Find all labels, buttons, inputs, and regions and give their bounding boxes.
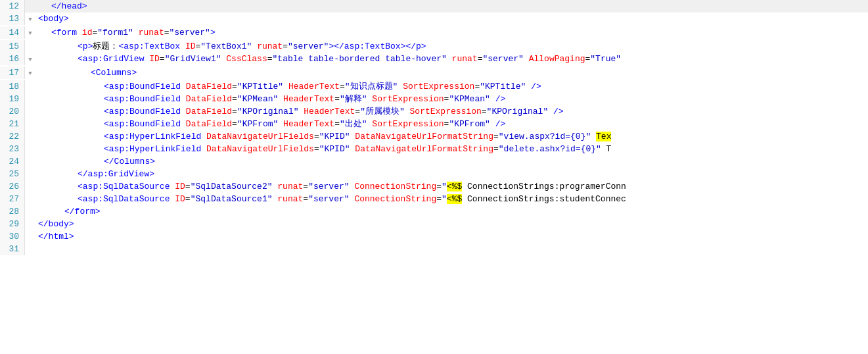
tag-token: asp:HyperLinkField xyxy=(109,132,201,141)
tag-token: asp:GridView xyxy=(88,169,150,179)
line-number: 25 xyxy=(0,168,25,180)
tag-token: Columns xyxy=(96,68,132,78)
code-line: 27<asp:SqlDataSource ID="SqlDataSource1"… xyxy=(0,193,868,205)
tag-token: asp:SqlDataSource xyxy=(83,182,170,191)
text-token xyxy=(181,119,186,129)
line-number: 23 xyxy=(0,143,25,155)
code-line: 19<asp:BoundField DataField="KPMean" Hea… xyxy=(0,93,868,105)
code-line: 31 xyxy=(0,243,868,255)
angle-token: > xyxy=(149,169,154,179)
attrval-token: "KPTitle" xyxy=(480,82,526,91)
code-line: 29</body> xyxy=(0,218,868,230)
line-number: 26 xyxy=(0,180,25,193)
line-content: <asp:GridView ID="GridView1" CssClass="t… xyxy=(35,53,868,65)
tag-token: body xyxy=(43,14,64,24)
code-line: 25</asp:GridView> xyxy=(0,168,868,180)
text-token: = xyxy=(185,194,191,204)
code-line: 12</head> xyxy=(0,0,868,13)
tag-token: asp:BoundField xyxy=(109,82,181,91)
code-line: 22<asp:HyperLinkField DataNavigateUrlFie… xyxy=(0,130,868,143)
collapse-icon[interactable]: ▼ xyxy=(25,13,35,26)
text-token: = xyxy=(334,94,340,104)
text-token: = xyxy=(436,194,442,204)
text-token: = xyxy=(303,182,308,191)
collapse-icon xyxy=(25,80,35,82)
attrval-token: "SqlDataSource2" xyxy=(191,182,273,191)
line-content: </body> xyxy=(35,218,868,230)
tag-token: asp:BoundField xyxy=(109,94,181,104)
text-token: = xyxy=(185,182,191,191)
text-token xyxy=(283,82,288,91)
text-token xyxy=(181,82,186,91)
collapse-icon[interactable]: ▼ xyxy=(25,66,35,80)
collapse-icon xyxy=(25,93,35,94)
collapse-icon xyxy=(25,180,35,182)
tag-token: p xyxy=(83,41,88,51)
attr-token: DataNavigateUrlFields xyxy=(206,132,314,141)
angle-token: ></ xyxy=(329,41,344,51)
code-line: 26<asp:SqlDataSource ID="SqlDataSource2"… xyxy=(0,180,868,193)
text-token: = xyxy=(160,54,165,64)
attrval-token: "GridView1" xyxy=(165,54,221,64)
text-token: = xyxy=(267,54,273,64)
attrval-token: "server" xyxy=(170,28,210,38)
text-token: = xyxy=(482,107,487,116)
line-number: 28 xyxy=(0,205,25,218)
tag-token: asp:TextBox xyxy=(344,41,401,51)
line-number: 12 xyxy=(0,0,25,13)
angle-token: < xyxy=(104,144,109,154)
line-number: 29 xyxy=(0,218,25,230)
line-content: <asp:BoundField DataField="KPMean" Heade… xyxy=(35,93,868,105)
attrval-token: "KPOriginal" xyxy=(487,107,549,116)
collapse-icon xyxy=(25,130,35,132)
tag-token: p xyxy=(416,41,421,51)
code-line: 24</Columns> xyxy=(0,155,868,168)
text-token xyxy=(398,82,403,91)
line-content: <asp:BoundField DataField="KPOriginal" H… xyxy=(35,105,868,118)
tag-token: asp:HyperLinkField xyxy=(109,144,201,154)
attrval-token: "server" xyxy=(308,194,349,204)
text-token: = xyxy=(303,194,308,204)
tag-token: Columns xyxy=(114,157,150,166)
text-token: = xyxy=(232,94,237,104)
angle-token: </ xyxy=(104,157,114,166)
text-token: = xyxy=(493,144,499,154)
code-line: 21<asp:BoundField DataField="KPFrom" Hea… xyxy=(0,118,868,130)
collapse-icon xyxy=(25,243,35,244)
line-content: <form id="form1" runat="server"> xyxy=(35,26,868,39)
highlight-tag-token: <%$ xyxy=(447,194,462,204)
attrval-token: "KPFrom" xyxy=(449,119,490,129)
line-content: <asp:BoundField DataField="KPFrom" Heade… xyxy=(35,118,868,130)
line-number: 21 xyxy=(0,118,25,130)
attr-token: ID xyxy=(185,41,196,51)
collapse-icon xyxy=(25,218,35,219)
angle-token: < xyxy=(104,119,109,129)
collapse-icon[interactable]: ▼ xyxy=(25,53,35,66)
collapse-icon[interactable]: ▼ xyxy=(25,26,35,40)
code-line: 23<asp:HyperLinkField DataNavigateUrlFie… xyxy=(0,143,868,155)
text-token xyxy=(252,41,257,51)
text-token: = xyxy=(232,119,237,129)
attrval-token: "server" xyxy=(308,182,349,191)
line-number: 16 xyxy=(0,53,25,65)
attr-token: ID xyxy=(175,182,185,191)
text-token xyxy=(201,132,206,141)
angle-token: </ xyxy=(64,207,75,216)
text-token xyxy=(201,144,206,154)
angle-token: < xyxy=(78,182,83,191)
code-line: 17▼<Columns> xyxy=(0,66,868,80)
attr-token: DataNavigateUrlFields xyxy=(206,144,314,154)
attrval-token: "delete.ashx?id={0}" xyxy=(499,144,601,154)
attr-token: AllowPaging xyxy=(529,54,585,64)
tag-token: form xyxy=(57,28,77,38)
attr-token: DataField xyxy=(186,119,232,129)
angle-token: > xyxy=(69,219,74,229)
text-token xyxy=(490,119,495,129)
line-number: 19 xyxy=(0,93,25,105)
attrval-token: "SqlDataSource1" xyxy=(191,194,273,204)
text-token: = xyxy=(436,182,442,191)
line-content: </form> xyxy=(35,205,868,218)
attr-token: runat xyxy=(452,54,478,64)
attr-token: runat xyxy=(257,41,283,51)
text-token xyxy=(77,28,82,38)
